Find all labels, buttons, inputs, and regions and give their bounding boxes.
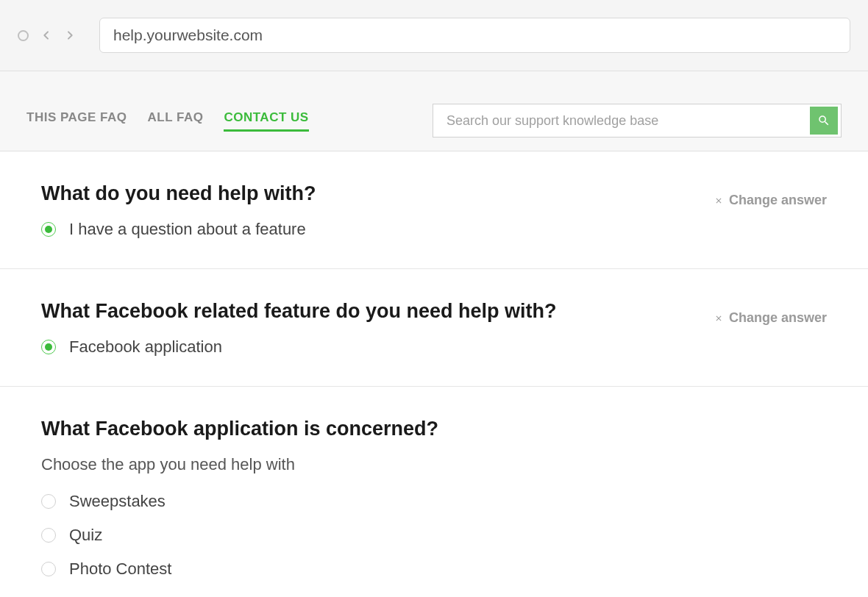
question-section-1: What do you need help with? I have a que…	[0, 151, 868, 269]
search-icon	[817, 114, 830, 127]
radio-selected-icon[interactable]	[41, 340, 56, 354]
chevron-right-icon	[64, 24, 76, 47]
change-answer-button[interactable]: Change answer	[714, 193, 827, 208]
back-button[interactable]	[40, 29, 52, 41]
browser-chrome: help.yourwebsite.com	[0, 0, 868, 71]
change-answer-label: Change answer	[729, 193, 827, 208]
answer-row: I have a question about a feature	[41, 220, 827, 239]
option-sweepstakes[interactable]: Sweepstakes	[41, 492, 827, 511]
tab-this-page-faq[interactable]: THIS PAGE FAQ	[26, 110, 127, 129]
option-list: Sweepstakes Quiz Photo Contest	[41, 492, 827, 579]
close-icon	[714, 196, 723, 205]
window-control-dot[interactable]	[18, 30, 29, 41]
search-button[interactable]	[810, 107, 838, 135]
question-section-2: What Facebook related feature do you nee…	[0, 269, 868, 387]
change-answer-label: Change answer	[729, 310, 827, 326]
search-input[interactable]	[433, 104, 810, 137]
url-text: help.yourwebsite.com	[113, 26, 263, 44]
chevron-left-icon	[40, 24, 52, 47]
radio-empty-icon	[41, 562, 56, 576]
close-icon	[714, 314, 723, 323]
question-section-3: What Facebook application is concerned? …	[0, 387, 868, 597]
url-bar[interactable]: help.yourwebsite.com	[99, 18, 850, 53]
tab-contact-us[interactable]: CONTACT US	[224, 110, 308, 132]
option-label: Sweepstakes	[69, 492, 166, 511]
answer-row: Facebook application	[41, 337, 827, 357]
question-subtitle: Choose the app you need help with	[41, 455, 827, 474]
selected-answer-text: Facebook application	[69, 337, 222, 357]
option-quiz[interactable]: Quiz	[41, 526, 827, 545]
tab-all-faq[interactable]: ALL FAQ	[148, 110, 204, 129]
header-bar: THIS PAGE FAQ ALL FAQ CONTACT US	[0, 71, 868, 151]
option-photo-contest[interactable]: Photo Contest	[41, 560, 827, 579]
question-title: What do you need help with?	[41, 182, 827, 205]
question-title: What Facebook application is concerned?	[41, 418, 827, 440]
radio-empty-icon	[41, 528, 56, 543]
change-answer-button[interactable]: Change answer	[714, 310, 827, 326]
question-title: What Facebook related feature do you nee…	[41, 300, 827, 323]
forward-button[interactable]	[64, 29, 76, 41]
option-label: Quiz	[69, 526, 102, 545]
tabs: THIS PAGE FAQ ALL FAQ CONTACT US	[26, 110, 309, 132]
option-label: Photo Contest	[69, 560, 171, 579]
selected-answer-text: I have a question about a feature	[69, 220, 306, 239]
radio-empty-icon	[41, 494, 56, 509]
radio-selected-icon[interactable]	[41, 222, 56, 237]
search-container	[433, 104, 842, 137]
